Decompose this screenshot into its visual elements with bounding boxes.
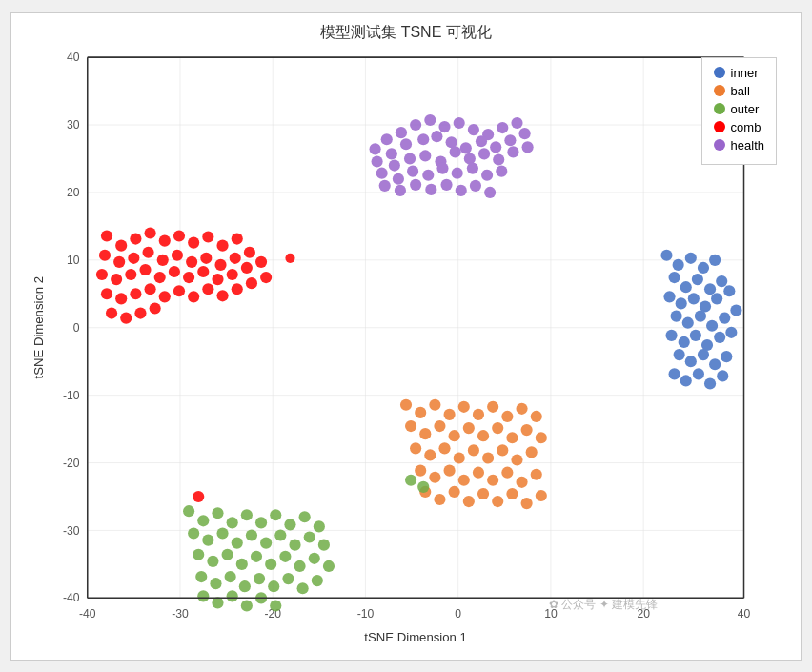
svg-point-59 <box>389 159 400 171</box>
svg-point-37 <box>381 133 393 145</box>
svg-point-87 <box>115 239 127 251</box>
legend-item-comb: comb <box>714 120 764 134</box>
svg-point-118 <box>255 255 267 267</box>
svg-point-224 <box>227 517 238 528</box>
svg-point-143 <box>692 274 703 285</box>
svg-point-100 <box>157 254 169 265</box>
svg-point-66 <box>493 153 504 165</box>
svg-point-125 <box>188 291 199 302</box>
svg-point-251 <box>195 570 207 581</box>
svg-point-219 <box>521 498 533 509</box>
svg-point-210 <box>516 476 527 487</box>
svg-point-231 <box>188 527 199 539</box>
svg-point-164 <box>674 349 685 360</box>
svg-point-182 <box>516 402 527 414</box>
svg-point-240 <box>318 539 330 550</box>
svg-point-89 <box>145 227 156 238</box>
svg-point-232 <box>202 534 213 545</box>
chart-legend: inner ball outer comb health <box>701 57 777 165</box>
svg-point-268 <box>193 490 204 501</box>
svg-point-165 <box>685 356 697 367</box>
svg-point-211 <box>531 468 542 479</box>
svg-point-267 <box>417 480 429 492</box>
svg-point-216 <box>477 487 489 499</box>
legend-item-outer: outer <box>714 102 764 116</box>
svg-point-61 <box>419 150 431 161</box>
svg-point-71 <box>407 165 418 176</box>
svg-point-135 <box>285 253 294 262</box>
svg-point-84 <box>470 179 481 191</box>
svg-point-166 <box>698 349 709 360</box>
svg-point-173 <box>717 370 728 381</box>
svg-point-145 <box>716 275 727 287</box>
svg-text:0: 0 <box>73 320 80 334</box>
svg-point-209 <box>501 466 513 478</box>
svg-point-208 <box>487 474 498 485</box>
legend-label-outer: outer <box>731 102 760 116</box>
svg-point-69 <box>376 167 388 178</box>
svg-point-146 <box>663 291 675 302</box>
svg-point-198 <box>468 444 479 456</box>
svg-point-223 <box>212 507 223 519</box>
svg-point-180 <box>487 400 498 412</box>
svg-point-49 <box>400 138 412 150</box>
svg-point-95 <box>232 233 243 244</box>
svg-point-168 <box>721 351 732 362</box>
svg-point-200 <box>497 444 508 456</box>
svg-point-179 <box>473 408 484 419</box>
svg-point-217 <box>492 495 503 506</box>
svg-point-105 <box>230 252 241 263</box>
svg-point-227 <box>270 509 281 520</box>
svg-point-65 <box>478 148 490 159</box>
svg-point-123 <box>159 291 171 302</box>
svg-point-234 <box>232 537 243 548</box>
svg-point-68 <box>522 141 534 153</box>
svg-point-92 <box>188 236 199 248</box>
svg-point-225 <box>241 509 253 520</box>
svg-point-206 <box>458 474 470 485</box>
chart-title: 模型测试集 TSNE 可视化 <box>21 23 791 43</box>
svg-point-94 <box>216 239 228 251</box>
legend-dot-outer <box>714 103 725 114</box>
svg-point-129 <box>246 277 257 289</box>
svg-point-98 <box>128 252 139 263</box>
svg-point-138 <box>685 252 697 263</box>
svg-point-111 <box>154 271 166 282</box>
svg-point-239 <box>304 531 315 542</box>
svg-point-201 <box>511 454 522 465</box>
svg-point-218 <box>506 487 518 499</box>
svg-point-213 <box>434 493 445 504</box>
svg-point-178 <box>458 400 470 412</box>
svg-point-152 <box>671 310 682 321</box>
svg-point-174 <box>400 398 412 410</box>
svg-text:-20: -20 <box>63 456 80 469</box>
svg-point-259 <box>312 575 323 586</box>
svg-point-132 <box>120 312 132 323</box>
svg-point-170 <box>680 375 692 386</box>
svg-point-109 <box>125 268 136 279</box>
svg-point-112 <box>169 265 180 276</box>
legend-item-inner: inner <box>714 66 764 80</box>
svg-point-229 <box>299 511 311 522</box>
svg-point-181 <box>501 410 513 421</box>
legend-dot-inner <box>714 67 725 78</box>
svg-point-47 <box>370 143 381 154</box>
svg-point-250 <box>323 560 335 571</box>
svg-point-114 <box>197 265 209 276</box>
svg-point-248 <box>294 560 306 571</box>
svg-point-188 <box>463 422 475 434</box>
svg-text:-10: -10 <box>63 388 80 401</box>
svg-point-222 <box>197 515 209 526</box>
svg-point-107 <box>96 268 108 279</box>
svg-point-175 <box>415 406 426 417</box>
svg-point-57 <box>519 128 531 139</box>
svg-point-51 <box>431 131 442 142</box>
svg-point-220 <box>536 489 547 500</box>
svg-point-42 <box>454 116 465 128</box>
svg-point-249 <box>309 552 320 563</box>
svg-text:-40: -40 <box>63 591 80 604</box>
svg-point-242 <box>207 555 218 566</box>
svg-point-159 <box>679 336 690 347</box>
svg-point-72 <box>422 169 434 180</box>
svg-point-258 <box>297 582 309 594</box>
